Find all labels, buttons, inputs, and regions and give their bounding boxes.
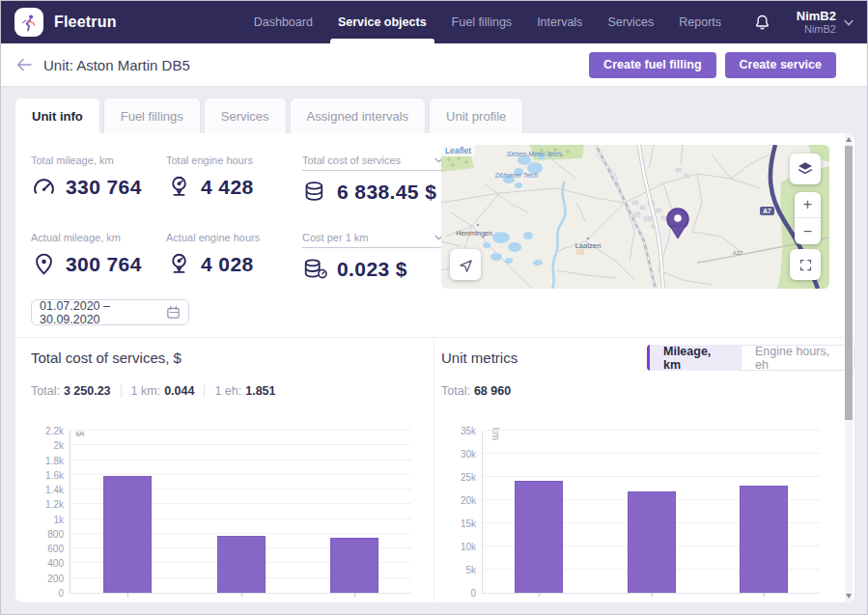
user-names: NimB2 NimB2 — [797, 9, 836, 36]
stat-value: 6 838.45 $ — [337, 181, 436, 204]
user-name: NimB2 — [797, 9, 836, 23]
stat-label: Actual engine hours — [166, 232, 305, 243]
x-axis-tick — [354, 593, 355, 597]
header-actions: Create fuel filling Create service — [589, 52, 836, 78]
y-axis-tick: 35k — [461, 426, 476, 436]
y-axis-tick: 1k — [53, 514, 64, 524]
calendar-icon — [166, 305, 181, 320]
stat-total-mileage: Total mileage, km 330 764 — [31, 154, 170, 200]
summary-value: 68 960 — [474, 384, 511, 398]
tab-assigned-intervals[interactable]: Assigned intervals — [290, 98, 427, 133]
y-axis-tick: 2.2k — [45, 426, 64, 436]
fleetrun-logo[interactable] — [14, 8, 43, 37]
map-locate-button[interactable] — [450, 249, 481, 280]
scroll-up-arrow[interactable] — [846, 137, 852, 142]
y-axis-tick: 0 — [58, 588, 64, 599]
nav-item-fuel-fillings[interactable]: Fuel fillings — [452, 1, 513, 43]
y-axis-tick: 1.6k — [45, 469, 64, 480]
map-tiles: Sieben-Meter-Teich Döhrener Teich Hemmin… — [441, 145, 829, 289]
stat-label: Total mileage, km — [31, 154, 170, 166]
map-label-a37: A37 — [733, 250, 743, 256]
map-label-a7: A7 — [763, 208, 771, 214]
chevron-down-icon — [844, 19, 854, 26]
zoom-in-button[interactable]: + — [795, 192, 821, 218]
map-layers-button[interactable] — [790, 154, 821, 184]
create-service-button[interactable]: Create service — [725, 52, 836, 78]
date-range-input[interactable]: 01.07.2020 – 30.09.2020 — [31, 299, 189, 325]
zoom-out-button[interactable]: − — [795, 218, 821, 244]
plot-area: 02004006008001k1.2k1.4k1.6k1.8k2k2.2k — [70, 431, 411, 594]
plot-area: 05k10k15k20k25k30k35k — [482, 431, 820, 594]
user-menu[interactable]: NimB2 NimB2 — [797, 9, 854, 36]
location-pin-icon — [31, 251, 57, 277]
coins-icon — [302, 179, 328, 205]
stat-label: Actual mileage, km — [31, 232, 170, 243]
tab-fuel-fillings[interactable]: Fuel fillings — [103, 98, 201, 133]
stat-value: 4 428 — [201, 176, 254, 199]
notifications-button[interactable] — [752, 13, 772, 33]
user-account: NimB2 — [804, 23, 836, 36]
back-button[interactable] — [16, 58, 32, 71]
cost-rate-dropdown[interactable]: Cost per 1 km — [302, 232, 443, 248]
locate-icon — [458, 257, 474, 273]
speedometer-icon — [31, 174, 57, 200]
tab-unit-profile[interactable]: Unit profile — [429, 98, 523, 133]
map-fullscreen-button[interactable] — [790, 249, 821, 280]
cost-metric-dropdown[interactable]: Total cost of services — [302, 154, 443, 171]
stat-total-cost: Total cost of services 6 838.45 $ — [302, 154, 441, 205]
nav-item-dashboard[interactable]: Dashboard — [254, 1, 313, 43]
summary-value: 0.044 — [164, 384, 194, 398]
nav-item-reports[interactable]: Reports — [679, 1, 721, 43]
cost-chart-title: Total cost of services, $ — [31, 349, 182, 366]
chart-bar — [515, 481, 563, 593]
x-axis-tick — [539, 593, 540, 597]
summary-value: 3 250.23 — [64, 384, 111, 398]
summary-label: 1 km: — [131, 384, 161, 398]
brand-name: Fleetrun — [54, 14, 117, 31]
chart-bar — [217, 536, 266, 593]
unit-info-card: Total mileage, km 330 764 Total engine h… — [14, 132, 855, 603]
toggle-engine-hours[interactable]: Engine hours, eh — [741, 345, 854, 371]
card-scrollbar[interactable] — [845, 133, 853, 602]
chart-bar — [740, 486, 788, 593]
unit-tabs: Unit info Fuel fillings Services Assigne… — [14, 98, 523, 133]
section-divider — [15, 337, 854, 338]
chart-bar — [330, 538, 378, 593]
unit-location-map[interactable]: Sieben-Meter-Teich Döhrener Teich Hemmin… — [441, 145, 829, 289]
scrollbar-thumb[interactable] — [845, 146, 853, 420]
tab-unit-info[interactable]: Unit info — [14, 98, 100, 133]
charts-divider — [434, 340, 434, 602]
bell-icon — [752, 13, 772, 33]
y-axis-tick: 1.8k — [45, 455, 64, 465]
back-arrow-icon — [16, 58, 32, 71]
page-header: Unit: Aston Martin DB5 Create fuel filli… — [1, 43, 867, 87]
y-axis-tick: 1.2k — [45, 499, 64, 510]
x-axis-tick — [764, 593, 765, 597]
y-axis-tick: 2k — [53, 440, 64, 451]
y-axis-tick: 5k — [465, 565, 476, 575]
scroll-down-arrow[interactable] — [846, 594, 852, 599]
y-axis-tick: 30k — [461, 449, 476, 460]
stat-actual-mileage: Actual mileage, km 300 764 — [31, 232, 170, 277]
runner-icon — [20, 14, 39, 32]
y-axis-tick: 600 — [47, 544, 64, 554]
top-navbar: Fleetrun Dashboard Service objects Fuel … — [1, 1, 867, 43]
app-window: Fleetrun Dashboard Service objects Fuel … — [0, 0, 868, 615]
nav-item-service-objects[interactable]: Service objects — [338, 1, 427, 43]
chart-bar — [628, 491, 676, 593]
nav-item-intervals[interactable]: Intervals — [537, 1, 582, 43]
toggle-mileage[interactable]: Mileage, km — [647, 345, 741, 371]
metrics-toggle: Mileage, km Engine hours, eh — [647, 345, 854, 371]
tab-services[interactable]: Services — [204, 98, 287, 133]
y-axis-tick: 20k — [461, 495, 476, 506]
map-label-hemmingen: Hemmingen — [456, 230, 492, 238]
create-fuel-filling-button[interactable]: Create fuel filling — [589, 52, 715, 78]
y-axis-tick: 400 — [47, 558, 64, 569]
map-label-sieben-meter-teich: Sieben-Meter-Teich — [507, 151, 562, 157]
nav-item-services[interactable]: Services — [607, 1, 654, 43]
layers-icon — [796, 160, 815, 178]
engine-hours-icon — [166, 174, 192, 200]
map-attribution[interactable]: Leaflet — [441, 145, 475, 156]
stat-value: 0.023 $ — [337, 258, 407, 281]
map-label-dohrener-teich: Döhrener Teich — [495, 172, 539, 179]
